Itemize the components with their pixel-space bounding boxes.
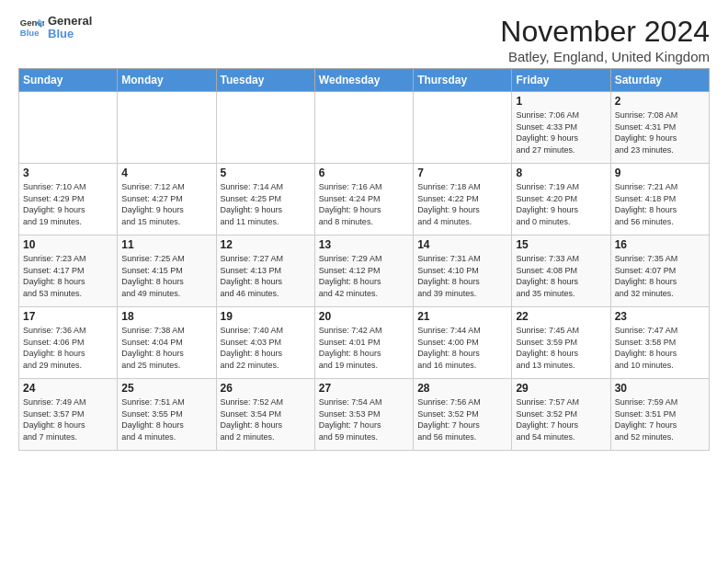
day-number: 2 <box>615 95 705 108</box>
weekday-header: Friday <box>512 69 610 92</box>
day-number: 4 <box>121 167 211 179</box>
day-number: 30 <box>615 382 705 395</box>
calendar-cell: 28Sunrise: 7:56 AM Sunset: 3:52 PM Dayli… <box>414 379 512 451</box>
weekday-header: Thursday <box>414 69 512 92</box>
day-info: Sunrise: 7:59 AM Sunset: 3:51 PM Dayligh… <box>615 396 705 442</box>
calendar-cell: 6Sunrise: 7:16 AM Sunset: 4:24 PM Daylig… <box>314 164 413 236</box>
day-info: Sunrise: 7:33 AM Sunset: 4:08 PM Dayligh… <box>516 253 606 299</box>
calendar-cell: 19Sunrise: 7:40 AM Sunset: 4:03 PM Dayli… <box>216 307 314 379</box>
day-info: Sunrise: 7:12 AM Sunset: 4:27 PM Dayligh… <box>121 181 211 227</box>
day-info: Sunrise: 7:40 AM Sunset: 4:03 PM Dayligh… <box>221 325 311 371</box>
header: General Blue General Blue November 2024 … <box>18 15 710 64</box>
logo-line1: General <box>48 15 92 28</box>
calendar-week-row: 24Sunrise: 7:49 AM Sunset: 3:57 PM Dayli… <box>19 379 710 451</box>
day-number: 1 <box>516 95 606 108</box>
calendar-cell: 13Sunrise: 7:29 AM Sunset: 4:12 PM Dayli… <box>314 236 413 307</box>
calendar-cell: 21Sunrise: 7:44 AM Sunset: 4:00 PM Dayli… <box>414 307 512 379</box>
calendar-cell: 16Sunrise: 7:35 AM Sunset: 4:07 PM Dayli… <box>610 236 709 307</box>
day-info: Sunrise: 7:52 AM Sunset: 3:54 PM Dayligh… <box>221 396 311 442</box>
day-number: 8 <box>516 167 606 179</box>
title-block: November 2024 Batley, England, United Ki… <box>500 15 710 64</box>
calendar-cell <box>414 92 512 164</box>
calendar-cell: 12Sunrise: 7:27 AM Sunset: 4:13 PM Dayli… <box>216 236 314 307</box>
day-number: 26 <box>221 382 311 395</box>
calendar-week-row: 1Sunrise: 7:06 AM Sunset: 4:33 PM Daylig… <box>19 92 710 164</box>
logo: General Blue General Blue <box>18 15 92 41</box>
calendar-cell: 30Sunrise: 7:59 AM Sunset: 3:51 PM Dayli… <box>610 379 709 451</box>
weekday-header: Wednesday <box>314 69 413 92</box>
day-number: 14 <box>417 238 507 251</box>
day-info: Sunrise: 7:54 AM Sunset: 3:53 PM Dayligh… <box>319 396 409 442</box>
calendar-cell: 17Sunrise: 7:36 AM Sunset: 4:06 PM Dayli… <box>19 307 118 379</box>
day-info: Sunrise: 7:56 AM Sunset: 3:52 PM Dayligh… <box>417 396 507 442</box>
day-number: 5 <box>221 167 311 179</box>
calendar-table: SundayMondayTuesdayWednesdayThursdayFrid… <box>18 68 710 451</box>
calendar-cell: 22Sunrise: 7:45 AM Sunset: 3:59 PM Dayli… <box>512 307 610 379</box>
day-info: Sunrise: 7:06 AM Sunset: 4:33 PM Dayligh… <box>516 109 606 155</box>
day-info: Sunrise: 7:08 AM Sunset: 4:31 PM Dayligh… <box>615 109 705 155</box>
calendar-cell <box>19 92 118 164</box>
calendar-cell: 2Sunrise: 7:08 AM Sunset: 4:31 PM Daylig… <box>610 92 709 164</box>
weekday-header: Saturday <box>610 69 709 92</box>
calendar-cell: 25Sunrise: 7:51 AM Sunset: 3:55 PM Dayli… <box>118 379 216 451</box>
calendar-cell: 27Sunrise: 7:54 AM Sunset: 3:53 PM Dayli… <box>314 379 413 451</box>
day-info: Sunrise: 7:19 AM Sunset: 4:20 PM Dayligh… <box>516 181 606 227</box>
calendar-cell: 24Sunrise: 7:49 AM Sunset: 3:57 PM Dayli… <box>19 379 118 451</box>
calendar-cell: 3Sunrise: 7:10 AM Sunset: 4:29 PM Daylig… <box>19 164 118 236</box>
day-info: Sunrise: 7:25 AM Sunset: 4:15 PM Dayligh… <box>121 253 211 299</box>
day-number: 12 <box>221 238 311 251</box>
day-info: Sunrise: 7:18 AM Sunset: 4:22 PM Dayligh… <box>417 181 507 227</box>
calendar-cell: 8Sunrise: 7:19 AM Sunset: 4:20 PM Daylig… <box>512 164 610 236</box>
day-info: Sunrise: 7:31 AM Sunset: 4:10 PM Dayligh… <box>417 253 507 299</box>
day-info: Sunrise: 7:49 AM Sunset: 3:57 PM Dayligh… <box>23 396 113 442</box>
day-number: 9 <box>615 167 705 179</box>
month-title: November 2024 <box>500 15 710 49</box>
calendar-cell: 23Sunrise: 7:47 AM Sunset: 3:58 PM Dayli… <box>610 307 709 379</box>
calendar-cell: 9Sunrise: 7:21 AM Sunset: 4:18 PM Daylig… <box>610 164 709 236</box>
calendar-cell: 1Sunrise: 7:06 AM Sunset: 4:33 PM Daylig… <box>512 92 610 164</box>
day-info: Sunrise: 7:23 AM Sunset: 4:17 PM Dayligh… <box>23 253 113 299</box>
location: Batley, England, United Kingdom <box>500 49 710 64</box>
svg-text:Blue: Blue <box>20 28 40 38</box>
day-number: 7 <box>417 167 507 179</box>
calendar-cell: 7Sunrise: 7:18 AM Sunset: 4:22 PM Daylig… <box>414 164 512 236</box>
day-number: 19 <box>221 310 311 323</box>
day-number: 20 <box>319 310 409 323</box>
calendar-cell: 26Sunrise: 7:52 AM Sunset: 3:54 PM Dayli… <box>216 379 314 451</box>
page-container: General Blue General Blue November 2024 … <box>0 0 728 460</box>
calendar-week-row: 17Sunrise: 7:36 AM Sunset: 4:06 PM Dayli… <box>19 307 710 379</box>
calendar-cell: 18Sunrise: 7:38 AM Sunset: 4:04 PM Dayli… <box>118 307 216 379</box>
day-number: 29 <box>516 382 606 395</box>
day-info: Sunrise: 7:38 AM Sunset: 4:04 PM Dayligh… <box>121 325 211 371</box>
day-info: Sunrise: 7:29 AM Sunset: 4:12 PM Dayligh… <box>319 253 409 299</box>
day-number: 21 <box>417 310 507 323</box>
day-info: Sunrise: 7:21 AM Sunset: 4:18 PM Dayligh… <box>615 181 705 227</box>
day-number: 28 <box>417 382 507 395</box>
day-number: 10 <box>23 238 113 251</box>
day-info: Sunrise: 7:35 AM Sunset: 4:07 PM Dayligh… <box>615 253 705 299</box>
calendar-week-row: 3Sunrise: 7:10 AM Sunset: 4:29 PM Daylig… <box>19 164 710 236</box>
day-number: 11 <box>121 238 211 251</box>
day-info: Sunrise: 7:10 AM Sunset: 4:29 PM Dayligh… <box>23 181 113 227</box>
day-number: 23 <box>615 310 705 323</box>
day-info: Sunrise: 7:47 AM Sunset: 3:58 PM Dayligh… <box>615 325 705 371</box>
day-number: 25 <box>121 382 211 395</box>
calendar-week-row: 10Sunrise: 7:23 AM Sunset: 4:17 PM Dayli… <box>19 236 710 307</box>
day-number: 6 <box>319 167 409 179</box>
day-info: Sunrise: 7:45 AM Sunset: 3:59 PM Dayligh… <box>516 325 606 371</box>
calendar-cell: 11Sunrise: 7:25 AM Sunset: 4:15 PM Dayli… <box>118 236 216 307</box>
weekday-header-row: SundayMondayTuesdayWednesdayThursdayFrid… <box>19 69 710 92</box>
day-info: Sunrise: 7:16 AM Sunset: 4:24 PM Dayligh… <box>319 181 409 227</box>
calendar-cell: 5Sunrise: 7:14 AM Sunset: 4:25 PM Daylig… <box>216 164 314 236</box>
calendar-cell: 29Sunrise: 7:57 AM Sunset: 3:52 PM Dayli… <box>512 379 610 451</box>
calendar-cell: 20Sunrise: 7:42 AM Sunset: 4:01 PM Dayli… <box>314 307 413 379</box>
day-number: 24 <box>23 382 113 395</box>
logo-line2: Blue <box>48 28 92 40</box>
day-info: Sunrise: 7:42 AM Sunset: 4:01 PM Dayligh… <box>319 325 409 371</box>
day-number: 18 <box>121 310 211 323</box>
day-info: Sunrise: 7:27 AM Sunset: 4:13 PM Dayligh… <box>221 253 311 299</box>
day-number: 13 <box>319 238 409 251</box>
calendar-cell: 10Sunrise: 7:23 AM Sunset: 4:17 PM Dayli… <box>19 236 118 307</box>
day-number: 15 <box>516 238 606 251</box>
calendar-cell <box>314 92 413 164</box>
